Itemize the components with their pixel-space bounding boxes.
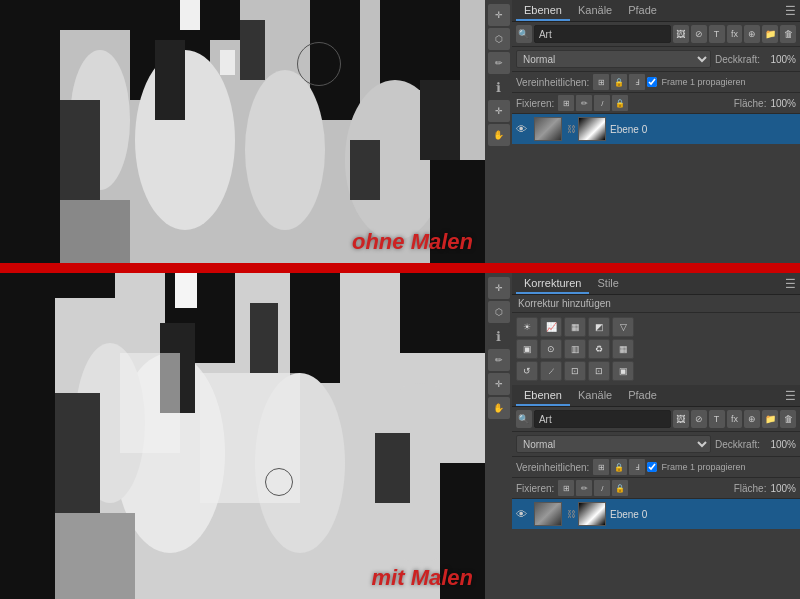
mask-icon-top[interactable]: ⊘ <box>691 25 707 43</box>
tool-move2-b[interactable]: ✛ <box>488 373 510 395</box>
tool-brush-b[interactable]: ✏ <box>488 349 510 371</box>
fix-brush-icon-top[interactable]: ✏ <box>576 95 592 111</box>
fix-pos-icon-top[interactable]: ⊞ <box>558 95 574 111</box>
tool-move[interactable]: ✛ <box>488 4 510 26</box>
unify-pos-icon-bottom[interactable]: ⊞ <box>593 459 609 475</box>
layer-mask-bottom <box>578 502 606 526</box>
k-threshold[interactable]: ⊡ <box>588 361 610 381</box>
tool-move2[interactable]: ✛ <box>488 100 510 122</box>
tool-hand[interactable]: ✋ <box>488 124 510 146</box>
layer-eye-top[interactable]: 👁 <box>516 123 530 135</box>
tab-kanaele-top[interactable]: Kanäle <box>570 1 620 21</box>
tab-korrekturen[interactable]: Korrekturen <box>516 274 589 294</box>
tool-move-b[interactable]: ✛ <box>488 277 510 299</box>
fx-icon-top[interactable]: fx <box>727 25 743 43</box>
layer-row-top[interactable]: 👁 ⛓ Ebene 0 <box>512 114 800 144</box>
svg-rect-5 <box>60 0 130 30</box>
k-colorlookup[interactable]: ↺ <box>516 361 538 381</box>
unify-row-bottom: Vereinheitlichen: ⊞ 🔒 Ⅎ Frame 1 propagie… <box>512 457 800 478</box>
panel-menu-top[interactable]: ☰ <box>785 4 796 18</box>
trash-icon-bottom[interactable]: 🗑 <box>780 410 796 428</box>
k-balance[interactable]: ⊙ <box>540 339 562 359</box>
k-vibrance[interactable]: ▽ <box>612 317 634 337</box>
new-layer-icon-bottom[interactable]: 🖼 <box>673 410 689 428</box>
svg-rect-41 <box>120 353 180 453</box>
propagate-check-top[interactable] <box>647 77 657 87</box>
folder-icon-top[interactable]: 📁 <box>762 25 778 43</box>
k-curves[interactable]: 📈 <box>540 317 562 337</box>
mask-icon-bottom[interactable]: ⊘ <box>691 410 707 428</box>
fx-icon-bottom[interactable]: fx <box>727 410 743 428</box>
k-levels[interactable]: ▦ <box>564 317 586 337</box>
search-input-bottom[interactable] <box>534 410 671 428</box>
tool-brush[interactable]: ✏ <box>488 52 510 74</box>
svg-rect-40 <box>200 373 300 503</box>
adj-icon-bottom[interactable]: ⊕ <box>744 410 760 428</box>
layer-thumb-bottom <box>534 502 562 526</box>
fix-lock-icon-top[interactable]: 🔒 <box>612 95 628 111</box>
tool-info[interactable]: ℹ <box>488 76 510 98</box>
tool-hand-b[interactable]: ✋ <box>488 397 510 419</box>
tool-info-b[interactable]: ℹ <box>488 325 510 347</box>
new-layer-icon-top[interactable]: 🖼 <box>673 25 689 43</box>
flaeche-label-top: Fläche: <box>734 98 767 109</box>
blend-row-top: Normal Multiplizieren Negativ multiplizi… <box>512 47 800 72</box>
unify-pixel-icon-bottom[interactable]: Ⅎ <box>629 459 645 475</box>
unify-lock-icon-top[interactable]: 🔒 <box>611 74 627 90</box>
layer-name-bottom: Ebene 0 <box>610 509 796 520</box>
fix-pixel-icon-top[interactable]: / <box>594 95 610 111</box>
fixieren-row-top: Fixieren: ⊞ ✏ / 🔒 Fläche: 100% <box>512 93 800 114</box>
blend-mode-select-top[interactable]: Normal Multiplizieren Negativ multiplizi… <box>516 50 711 68</box>
k-photo[interactable]: ♻ <box>588 339 610 359</box>
k-invert[interactable]: ⟋ <box>540 361 562 381</box>
tab-pfade-bottom[interactable]: Pfade <box>620 386 665 406</box>
propagate-check-bottom[interactable] <box>647 462 657 472</box>
canvas-top: ohne Malen <box>0 0 485 263</box>
unify-lock-icon-bottom[interactable]: 🔒 <box>611 459 627 475</box>
tab-ebenen-top[interactable]: Ebenen <box>516 1 570 21</box>
svg-rect-4 <box>380 0 460 90</box>
k-posterize[interactable]: ⊡ <box>564 361 586 381</box>
tab-pfade-top[interactable]: Pfade <box>620 1 665 21</box>
layer-row-bottom[interactable]: 👁 ⛓ Ebene 0 <box>512 499 800 529</box>
k-channel[interactable]: ▦ <box>612 339 634 359</box>
unify-pixel-icon-top[interactable]: Ⅎ <box>629 74 645 90</box>
tool-shape[interactable]: ⬡ <box>488 28 510 50</box>
unify-label-bottom: Vereinheitlichen: <box>516 462 589 473</box>
panel-menu-bottom[interactable]: ☰ <box>785 389 796 403</box>
tab-ebenen-bottom[interactable]: Ebenen <box>516 386 570 406</box>
tab-kanaele-bottom[interactable]: Kanäle <box>570 386 620 406</box>
blend-mode-select-bottom[interactable]: Normal Multiplizieren <box>516 435 711 453</box>
k-hue[interactable]: ▣ <box>516 339 538 359</box>
fix-pixel-icon-bottom[interactable]: / <box>594 480 610 496</box>
search-icon-top[interactable]: 🔍 <box>516 25 532 43</box>
search-icon-bottom[interactable]: 🔍 <box>516 410 532 428</box>
left-toolbar-top: ✛ ⬡ ✏ ℹ ✛ ✋ <box>485 0 512 263</box>
panel-tabs-top: Ebenen Kanäle Pfade ☰ <box>512 0 800 22</box>
layer-chain-bottom: ⛓ <box>566 509 576 519</box>
trash-icon-top[interactable]: 🗑 <box>780 25 796 43</box>
tool-shape-b[interactable]: ⬡ <box>488 301 510 323</box>
search-input-top[interactable] <box>534 25 671 43</box>
svg-rect-27 <box>200 273 225 308</box>
fix-lock-icon-bottom[interactable]: 🔒 <box>612 480 628 496</box>
folder-icon-bottom[interactable]: 📁 <box>762 410 778 428</box>
tab-stile[interactable]: Stile <box>589 274 626 294</box>
k-brightness[interactable]: ☀ <box>516 317 538 337</box>
k-gradient[interactable]: ▣ <box>612 361 634 381</box>
layer-eye-bottom[interactable]: 👁 <box>516 508 530 520</box>
k-exposure[interactable]: ◩ <box>588 317 610 337</box>
svg-rect-25 <box>400 273 485 353</box>
text-icon-top[interactable]: T <box>709 25 725 43</box>
korrekturen-menu[interactable]: ☰ <box>785 277 796 291</box>
unify-pos-icon-top[interactable]: ⊞ <box>593 74 609 90</box>
unify-row-top: Vereinheitlichen: ⊞ 🔒 Ⅎ Frame 1 propagie… <box>512 72 800 93</box>
fix-pos-icon-bottom[interactable]: ⊞ <box>558 480 574 496</box>
propagate-text-bottom: Frame 1 propagieren <box>661 462 745 472</box>
k-bw[interactable]: ▥ <box>564 339 586 359</box>
search-bar-bottom: 🔍 🖼 ⊘ T fx ⊕ 📁 🗑 <box>512 407 800 432</box>
adj-icon-top[interactable]: ⊕ <box>744 25 760 43</box>
bottom-half: mit Malen ✛ ⬡ ℹ ✏ ✛ ✋ Korrekturen Stile … <box>0 273 800 599</box>
fix-brush-icon-bottom[interactable]: ✏ <box>576 480 592 496</box>
text-icon-bottom[interactable]: T <box>709 410 725 428</box>
